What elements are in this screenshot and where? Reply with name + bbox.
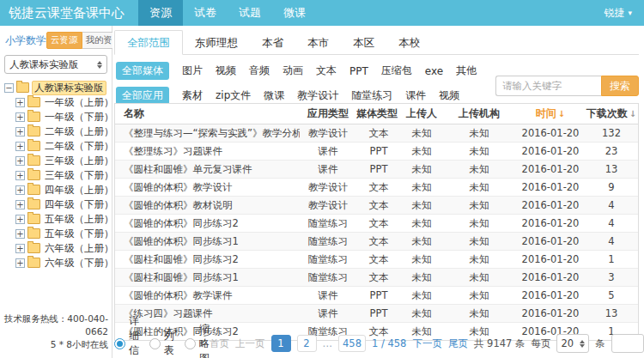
tab-city[interactable]: 本市 <box>295 31 341 54</box>
tab-all-scope[interactable]: 全部范围 <box>114 30 183 55</box>
filter-video[interactable]: 视频 <box>216 64 236 78</box>
filter-courseware[interactable]: 课件 <box>405 88 426 103</box>
filter-teaching-design[interactable]: 教学设计 <box>297 88 338 103</box>
goto-page-input[interactable] <box>611 334 644 353</box>
view-mode-detail[interactable]: 详细信息 <box>114 314 139 358</box>
filter-zip[interactable]: zip文件 <box>216 88 251 103</box>
page-prev[interactable]: 上一页 <box>235 337 265 350</box>
page-last[interactable]: 尾页 <box>448 337 468 350</box>
resource-name[interactable]: 《整理与练习—“探索与实践”》教学分析 <box>115 127 300 140</box>
filter-ppt[interactable]: PPT <box>349 65 368 77</box>
folder-icon <box>27 112 40 122</box>
expand-icon[interactable]: + <box>15 229 25 239</box>
page-2[interactable]: 2 <box>297 335 317 352</box>
nav-item-microlessons[interactable]: 微课 <box>272 0 317 26</box>
resource-name[interactable]: 《圆锥的体积》同步练习1 <box>115 235 300 248</box>
filter-material[interactable]: 素材 <box>182 88 203 103</box>
tree-item-grade6-vol2[interactable]: + 六年级（下册） <box>15 256 112 270</box>
edition-select[interactable]: 人教课标实验版 <box>4 55 107 74</box>
table-row[interactable]: 《圆锥的体积》教学设计 教学设计 文本 未知 未知 2016-01-20 9 <box>115 179 638 197</box>
page-1[interactable]: 1 <box>271 335 291 352</box>
table-row[interactable]: 《整理与练习—“探索与实践”》教学分析 教学设计 文本 未知 未知 2016-0… <box>115 124 638 143</box>
expand-icon[interactable]: + <box>15 98 25 107</box>
filter-all-app[interactable]: 全部应用 <box>116 87 169 105</box>
filter-text[interactable]: 文本 <box>316 64 337 78</box>
resource-name[interactable]: 《圆柱和圆锥》单元复习课件 <box>115 163 300 176</box>
nav-item-papers[interactable]: 试卷 <box>183 0 228 26</box>
nav-item-questions[interactable]: 试题 <box>228 0 272 26</box>
table-row[interactable]: 《圆锥的体积》同步练习2 随堂练习 文本 未知 未知 2016-01-20 4 <box>115 215 638 233</box>
resource-name[interactable]: 《圆锥的体积》同步练习2 <box>115 217 300 230</box>
collapse-icon[interactable]: − <box>4 83 14 93</box>
resource-name[interactable]: 《圆锥的体积》教材说明 <box>115 199 300 212</box>
filter-other[interactable]: 其他 <box>456 64 477 78</box>
expand-icon[interactable]: + <box>15 171 25 180</box>
resource-name[interactable]: 《圆锥的体积》教学设计 <box>115 181 300 194</box>
tree-item-grade6-vol1[interactable]: + 六年级（上册） <box>15 241 112 255</box>
table-row[interactable]: 《整理练习》习题课件 课件 PPT 未知 未知 2016-01-20 23 <box>115 143 638 161</box>
expand-icon[interactable]: + <box>15 258 25 268</box>
tree-item-grade3-vol2[interactable]: + 三年级（下册） <box>15 168 112 182</box>
tree-root[interactable]: − 人教课标实验版 <box>4 81 112 94</box>
table-row[interactable]: 《圆柱和圆锥》同步练习2 随堂练习 文本 未知 未知 2016-01-20 1 <box>115 251 638 269</box>
expand-icon[interactable]: + <box>15 156 25 166</box>
tab-province[interactable]: 本省 <box>250 31 295 54</box>
expand-icon[interactable]: + <box>15 112 25 122</box>
nav-item-resources[interactable]: 资源 <box>138 0 183 26</box>
tree-item-grade4-vol2[interactable]: + 四年级（下册） <box>15 197 112 211</box>
tree-item-grade5-vol1[interactable]: + 五年级（上册） <box>15 212 112 226</box>
tree-item-grade2-vol1[interactable]: + 二年级（上册） <box>15 124 112 138</box>
resource-name[interactable]: 《圆柱和圆锥》同步练习1 <box>115 271 300 284</box>
tab-district[interactable]: 本区 <box>341 31 386 54</box>
filter-all-media[interactable]: 全部媒体 <box>116 62 169 80</box>
view-mode-list[interactable]: 列表 <box>149 329 174 358</box>
table-row[interactable]: 《圆锥的体积》教学课件 课件 PPT 未知 未知 2016-01-20 5 <box>115 287 638 305</box>
resource-name[interactable]: 《整理练习》习题课件 <box>115 145 300 158</box>
table-row[interactable]: 《圆锥的体积》同步练习1 随堂练习 文本 未知 未知 2016-01-20 4 <box>115 233 638 251</box>
radio-icon[interactable] <box>185 338 196 349</box>
radio-icon[interactable] <box>114 338 125 349</box>
page-458[interactable]: 458 <box>338 335 366 352</box>
filter-microlesson[interactable]: 微课 <box>264 88 284 103</box>
tab-cloud-resources[interactable]: 云资源 <box>46 32 82 49</box>
resource-table: 名称 应用类型 媒体类型↓ 上传人 上传机构 时间↓ 下载次数↓ 《整理与练习—… <box>114 103 639 341</box>
search-button[interactable]: 搜索 <box>601 76 639 96</box>
page-next[interactable]: 下一页 <box>412 337 442 350</box>
expand-icon[interactable]: + <box>15 200 25 209</box>
expand-icon[interactable]: + <box>15 215 25 224</box>
filter-exe[interactable]: exe <box>425 65 443 77</box>
radio-icon[interactable] <box>149 338 161 349</box>
tab-dongshi[interactable]: 东师理想 <box>183 31 250 54</box>
per-page-select[interactable]: 20 <box>556 334 589 353</box>
expand-icon[interactable]: + <box>15 244 25 253</box>
filter-audio[interactable]: 音频 <box>249 64 270 78</box>
col-downloads[interactable]: 下载次数↓ <box>585 106 638 121</box>
filter-image[interactable]: 图片 <box>182 64 203 78</box>
col-time[interactable]: 时间↓ <box>516 106 585 121</box>
filter-archive[interactable]: 压缩包 <box>381 64 412 78</box>
filter-app-video[interactable]: 视频 <box>439 88 459 103</box>
resource-name[interactable]: 《圆柱和圆锥》同步练习2 <box>115 253 300 266</box>
table-row[interactable]: 《圆柱和圆锥》同步练习1 随堂练习 文本 未知 未知 2016-01-20 3 <box>115 269 638 287</box>
expand-icon[interactable]: + <box>15 142 25 151</box>
user-menu[interactable]: 锐捷 ▾ <box>604 6 632 21</box>
tree-item-grade2-vol2[interactable]: + 二年级（下册） <box>15 139 112 153</box>
page-first[interactable]: 首页 <box>210 337 229 350</box>
search-input[interactable] <box>495 76 601 96</box>
expand-icon[interactable]: + <box>15 127 25 137</box>
tree-item-grade5-vol2[interactable]: + 五年级（下册） <box>15 227 112 240</box>
view-mode-thumbnail[interactable]: 缩略图 <box>185 322 210 358</box>
tree-item-grade1-vol2[interactable]: + 一年级（下册） <box>15 110 112 124</box>
col-media-type[interactable]: 媒体类型↓ <box>356 106 401 121</box>
subject-link[interactable]: 小学数学 <box>5 33 46 48</box>
tab-school[interactable]: 本校 <box>386 31 432 54</box>
filter-class-exercise[interactable]: 随堂练习 <box>351 88 392 103</box>
expand-icon[interactable]: + <box>15 185 25 195</box>
table-row[interactable]: 《圆锥的体积》教材说明 教学设计 文本 未知 未知 2016-01-20 4 <box>115 197 638 215</box>
resource-name[interactable]: 《圆锥的体积》教学课件 <box>115 289 300 302</box>
tree-item-grade3-vol1[interactable]: + 三年级（上册） <box>15 154 112 167</box>
filter-animation[interactable]: 动画 <box>283 64 303 78</box>
table-row[interactable]: 《圆柱和圆锥》单元复习课件 课件 PPT 未知 未知 2016-01-20 13 <box>115 161 638 179</box>
tree-item-grade1-vol1[interactable]: + 一年级（上册） <box>15 95 112 109</box>
tree-item-grade4-vol1[interactable]: + 四年级（上册） <box>15 183 112 197</box>
